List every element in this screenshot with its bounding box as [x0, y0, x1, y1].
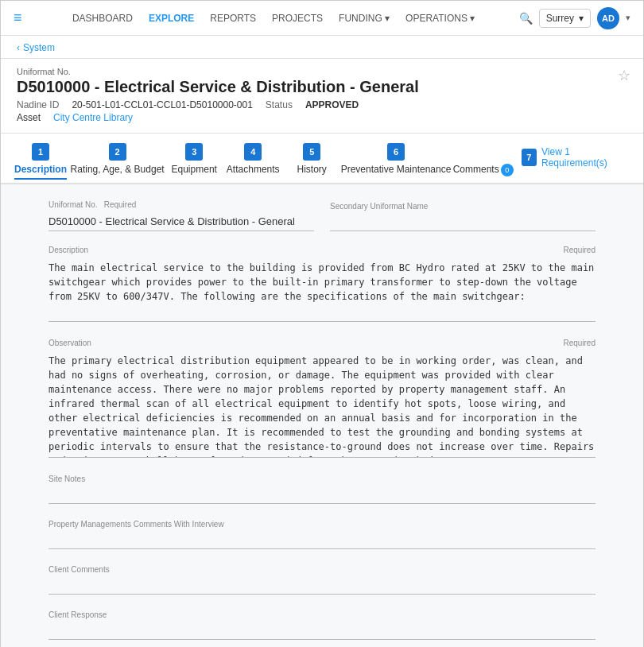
uniformat-input[interactable] — [48, 212, 314, 231]
client-response-label: Client Response — [48, 610, 596, 619]
tab-label-equipment: Equipment — [172, 164, 217, 180]
tab-attachments[interactable]: 4 Attachments — [229, 143, 277, 180]
client-comments-label: Client Comments — [48, 565, 596, 574]
view-requirements[interactable]: 7 View 1 Requirement(s) — [522, 143, 627, 173]
prop-comments-input[interactable] — [48, 530, 596, 549]
nadine-value: 20-501-L01-CCL01-CCL01-D5010000-001 — [72, 99, 252, 110]
tab-rating[interactable]: 2 Rating, Age, & Budget — [76, 143, 159, 180]
client-comments-row: Client Comments — [48, 565, 596, 595]
tab-num-3: 3 — [185, 143, 203, 161]
tab-label-description: Description — [14, 164, 67, 180]
tabs-section: 1 Description 2 Rating, Age, & Budget 3 … — [1, 134, 643, 184]
tab-num-5: 5 — [303, 143, 320, 161]
req-num-badge: 7 — [522, 149, 537, 166]
content-area: Uniformat No. Required Secondary Uniform… — [1, 184, 643, 647]
breadcrumb-label[interactable]: System — [23, 42, 55, 53]
observation-label-row: Observation Required — [48, 339, 596, 349]
chevron-down-icon: ▾ — [579, 13, 584, 24]
location-selector[interactable]: Surrey ▾ — [539, 9, 591, 28]
asset-link[interactable]: City Centre Library — [53, 112, 133, 123]
comments-badge: 0 — [501, 164, 514, 176]
tab-history[interactable]: 5 History — [288, 143, 336, 180]
search-icon[interactable]: 🔍 — [519, 12, 533, 25]
uniformat-field-label: Uniformat No. — [48, 200, 98, 209]
tab-preventative[interactable]: 6 Preventative Maintenance — [347, 143, 445, 180]
tab-label-attachments: Attachments — [227, 164, 280, 180]
uniformat-required-badge: Required — [104, 200, 137, 209]
site-notes-row: Site Notes — [48, 475, 596, 504]
secondary-uniformat-input[interactable] — [330, 212, 596, 231]
view-req-text[interactable]: View 1 Requirement(s) — [541, 146, 627, 169]
description-required: Required — [563, 246, 596, 254]
tab-num-6: 6 — [387, 143, 405, 161]
description-label-row: Description Required — [48, 246, 596, 256]
description-label: Description — [48, 246, 88, 254]
observation-label: Observation — [48, 339, 91, 347]
client-response-input[interactable] — [48, 621, 596, 640]
nadine-label: Nadine ID — [17, 99, 59, 110]
description-row: Description Required The main electrical… — [48, 246, 596, 324]
site-notes-input[interactable] — [48, 485, 596, 504]
observation-required: Required — [563, 339, 596, 347]
hamburger-icon[interactable]: ≡ — [14, 10, 22, 26]
nav-right: 🔍 Surrey ▾ AD ▾ — [519, 7, 630, 29]
tab-label-comments: Comments0 — [453, 164, 514, 181]
nav-projects[interactable]: PROJECTS — [272, 13, 323, 24]
tab-num-4: 4 — [244, 143, 262, 161]
top-nav: ≡ DASHBOARD EXPLORE REPORTS PROJECTS FUN… — [1, 1, 643, 36]
prop-comments-row: Property Managements Comments With Inter… — [48, 520, 596, 549]
prop-comments-label: Property Managements Comments With Inter… — [48, 520, 596, 529]
tab-num-1: 1 — [32, 143, 49, 161]
nav-operations[interactable]: OPERATIONS ▾ — [405, 13, 475, 24]
breadcrumb-bar: ‹ System — [1, 36, 643, 59]
tab-comments[interactable]: 7 Comments0 — [456, 143, 510, 181]
uniformat-main: Uniformat No. Required — [48, 200, 314, 231]
nav-reports[interactable]: REPORTS — [210, 13, 256, 24]
tab-equipment[interactable]: 3 Equipment — [170, 143, 218, 180]
star-icon[interactable]: ☆ — [618, 67, 630, 84]
tab-num-2: 2 — [109, 143, 126, 161]
status-label: Status — [266, 99, 293, 110]
observation-textarea[interactable]: The primary electrical distribution equi… — [48, 351, 596, 458]
header-sub: Nadine ID 20-501-L01-CCL01-CCL01-D501000… — [17, 99, 627, 110]
uniformat-secondary: Secondary Uniformat Name — [330, 202, 596, 231]
nav-dashboard[interactable]: DASHBOARD — [72, 13, 133, 24]
description-textarea[interactable]: The main electrical service to the build… — [48, 258, 596, 322]
asset-label: Asset — [17, 112, 41, 123]
status-value: APPROVED — [305, 99, 359, 110]
uniformat-row: Uniformat No. Required Secondary Uniform… — [48, 200, 596, 231]
header-card: ☆ Uniformat No. D5010000 - Electrical Se… — [1, 59, 643, 134]
nav-links: DASHBOARD EXPLORE REPORTS PROJECTS FUNDI… — [45, 13, 503, 24]
secondary-uniformat-label: Secondary Uniformat Name — [330, 202, 596, 211]
tab-label-history: History — [297, 164, 327, 180]
uniformat-label: Uniformat No. — [17, 67, 71, 76]
avatar-chevron-icon[interactable]: ▾ — [626, 13, 630, 23]
client-comments-input[interactable] — [48, 575, 596, 595]
uniformat-label-row: Uniformat No. Required — [48, 200, 314, 211]
header-title: D5010000 - Electrical Service & Distribu… — [17, 78, 627, 96]
observation-row: Observation Required The primary electri… — [48, 339, 596, 460]
site-notes-label: Site Notes — [48, 475, 596, 483]
tab-label-rating: Rating, Age, & Budget — [71, 164, 165, 180]
nav-funding[interactable]: FUNDING ▾ — [339, 13, 390, 24]
client-response-row: Client Response — [48, 610, 596, 640]
tab-description[interactable]: 1 Description — [17, 143, 64, 180]
asset-row: Asset City Centre Library — [17, 112, 627, 123]
tab-row: 1 Description 2 Rating, Age, & Budget 3 … — [17, 134, 627, 183]
nav-explore[interactable]: EXPLORE — [149, 13, 194, 24]
breadcrumb[interactable]: ‹ System — [17, 42, 627, 53]
breadcrumb-arrow-icon: ‹ — [17, 42, 20, 53]
tab-label-preventative: Preventative Maintenance — [341, 164, 452, 180]
header-meta: Uniformat No. — [17, 67, 627, 76]
user-avatar[interactable]: AD — [597, 7, 619, 29]
